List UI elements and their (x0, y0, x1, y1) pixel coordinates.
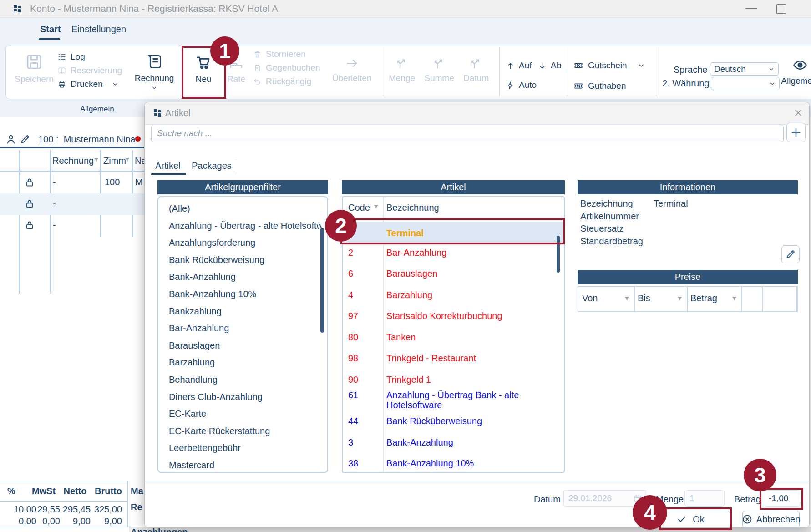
voucher-icon (573, 61, 584, 71)
reservierung-button: Reservierung (57, 66, 122, 76)
gutschein-button[interactable]: Gutschein (573, 61, 645, 71)
price-column-header[interactable] (741, 287, 763, 311)
filter-item[interactable]: EC-Karte (169, 405, 322, 422)
info-label: Bezeichnung (580, 198, 633, 209)
price-column-header[interactable]: Bis (634, 287, 688, 311)
filter-item[interactable]: Leerbettengebühr (169, 439, 322, 456)
article-code: 90 (348, 375, 358, 385)
account-title: 100 : Mustermann Nina (38, 134, 135, 145)
drucken-button[interactable]: Drucken (57, 79, 119, 89)
price-column-header[interactable]: Betrag (687, 287, 742, 311)
filter-item[interactable]: Diners Club-Anzahlung (169, 388, 322, 405)
log-button[interactable]: Log (57, 52, 85, 62)
allgemein-view-button[interactable]: Allgemein (780, 57, 811, 86)
filter-item[interactable]: Bar-Anzahlung (169, 319, 322, 337)
info-label: Standardbetrag (580, 236, 643, 247)
edit-article-button[interactable] (781, 245, 800, 263)
filter-funnel-icon[interactable] (93, 157, 100, 163)
split-arrow-icon (469, 56, 483, 70)
article-name: Tanken (386, 332, 537, 342)
filter-funnel-icon[interactable] (676, 294, 683, 304)
info-label: Steuersatz (580, 223, 624, 234)
pencil-icon (785, 248, 796, 260)
price-panel-header: Preise (578, 270, 798, 284)
totals-header: Brutto (92, 486, 124, 497)
filter-item[interactable]: Bank-Anzahlung (169, 268, 322, 285)
article-code: 38 (348, 458, 358, 469)
filter-funnel-icon[interactable] (623, 294, 630, 304)
close-icon[interactable] (793, 107, 804, 118)
table-row[interactable]: - (0, 215, 144, 236)
step-badge-4: 4 (633, 495, 667, 530)
lightning-icon (506, 81, 515, 90)
filter-item[interactable]: Anzahlung - Übertrag - alte Hotelsoftw (169, 217, 322, 234)
column-header-code[interactable]: Code (348, 203, 370, 213)
voucher-icon (573, 81, 584, 91)
price-column-header[interactable]: Von (578, 287, 635, 311)
table-row[interactable]: - (0, 193, 144, 215)
column-header[interactable]: Rechnung (52, 156, 94, 166)
ab-button[interactable]: Ab (538, 61, 561, 71)
search-input[interactable] (151, 125, 784, 142)
article-name: Bar-Anzahlung (386, 248, 537, 258)
maximize-icon[interactable] (776, 4, 786, 14)
filter-item[interactable]: EC-Karte Rückerstattung (169, 422, 322, 440)
side-label-mahnung: Ma (131, 486, 143, 497)
filter-item[interactable]: Anzahlungsforderung (169, 234, 322, 251)
gegenbuchen-button: Gegenbuchen (253, 63, 320, 73)
chevron-down-icon[interactable] (151, 85, 157, 91)
article-code: 98 (348, 353, 358, 364)
filter-item[interactable]: Behandlung (169, 371, 322, 388)
filter-item[interactable]: Bankzahlung (169, 303, 322, 320)
plus-icon (790, 126, 802, 139)
filter-scrollbar[interactable] (320, 228, 324, 333)
sprache-select[interactable]: Deutsch (710, 62, 779, 76)
filter-item[interactable]: Mastercard (169, 456, 322, 473)
auto-button[interactable]: Auto (506, 80, 537, 90)
anzahlungen-label[interactable]: Anzahlungen (131, 527, 188, 532)
dialog-tab-artikel[interactable]: Artikel (155, 161, 181, 171)
totals-header: % (0, 486, 27, 497)
filter-item[interactable]: Bank Rücküberweisung (169, 251, 322, 269)
highlight-box-step3 (760, 488, 803, 510)
article-code: 6 (348, 269, 353, 279)
guthaben-button[interactable]: Guthaben (573, 81, 626, 91)
rueckgaengig-button: Rückgängig (253, 76, 311, 86)
article-name: Trinkgeld - Restaurant (386, 353, 537, 363)
cancel-button[interactable]: Abbrechen (742, 511, 800, 528)
ueberleiten-button: Überleiten (330, 56, 374, 83)
rechnung-button[interactable]: Rechnung (133, 53, 176, 93)
invoice-scroll-icon (146, 53, 163, 70)
chevron-down-icon[interactable] (112, 81, 119, 88)
log-icon (57, 52, 66, 61)
price-column-header[interactable] (762, 287, 797, 311)
article-code: 2 (348, 248, 353, 258)
dialog-tab-packages[interactable]: Packages (192, 161, 232, 171)
filter-item[interactable]: Barzahlung (169, 354, 322, 371)
filter-item[interactable]: Bank-Anzahlung 10% (169, 285, 322, 303)
filter-funnel-icon[interactable] (373, 203, 380, 210)
auf-button[interactable]: Auf (506, 61, 532, 71)
totals-value: 29,55 (26, 504, 60, 515)
lock-icon (24, 219, 35, 231)
column-header-bezeichnung[interactable]: Bezeichnung (386, 203, 439, 213)
filter-item[interactable]: (Alle) (169, 200, 322, 217)
add-article-button[interactable] (786, 123, 806, 142)
waehrung-select[interactable] (711, 77, 780, 90)
filter-panel-header: Artikelgruppenfilter (157, 180, 328, 194)
person-icon[interactable] (5, 133, 17, 145)
filter-item[interactable]: Barauslagen (169, 337, 322, 354)
printer-icon (57, 80, 66, 89)
column-header[interactable]: Zimm (103, 156, 126, 166)
menge-field: 1 (684, 490, 725, 507)
minimize-icon[interactable] (745, 8, 757, 9)
datum-split-button: Datum (460, 56, 492, 83)
table-row[interactable]: - 100 M (0, 172, 144, 193)
pencil-icon[interactable] (19, 133, 31, 145)
tab-einstellungen[interactable]: Einstellungen (71, 24, 126, 35)
chevron-down-icon[interactable] (638, 62, 645, 69)
save-button: Speichern (13, 53, 56, 84)
tab-start[interactable]: Start (40, 24, 61, 35)
filter-funnel-icon[interactable] (731, 294, 738, 304)
filter-funnel-icon[interactable] (124, 157, 131, 163)
